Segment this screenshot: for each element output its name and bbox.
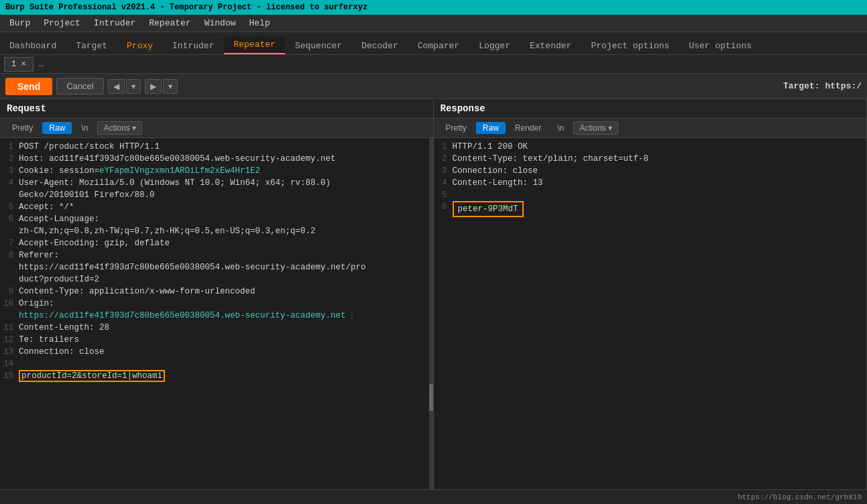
response-line-1: 1 HTTP/1.1 200 OK [434, 141, 867, 153]
menu-project[interactable]: Project [37, 17, 87, 29]
response-line-5: 5 [434, 189, 867, 201]
request-code-area[interactable]: 1 POST /product/stock HTTP/1.1 2 Host: a… [0, 138, 433, 489]
menu-help[interactable]: Help [242, 17, 276, 29]
request-line-6b: zh-CN,zh;q=0.8,zh-TW;q=0.7,zh-HK;q=0.5,e… [0, 225, 433, 237]
tab-repeater[interactable]: Repeater [224, 36, 284, 54]
nav-fwd-group: ▶ ▾ [145, 79, 178, 94]
repeater-tab-ellipsis[interactable]: … [34, 57, 50, 71]
response-line-3: 3 Connection: close [434, 165, 867, 177]
toolbar: Send Cancel ◀ ▾ ▶ ▾ Target: https:/ [0, 74, 867, 99]
status-bar: https://blog.csdn.net/grb819 [0, 489, 867, 504]
request-line-8c: duct?productId=2 [0, 273, 433, 286]
response-tab-raw[interactable]: Raw [476, 122, 506, 134]
request-line-1: 1 POST /product/stock HTTP/1.1 [0, 141, 433, 153]
response-actions-button[interactable]: Actions ▾ [573, 121, 618, 135]
tab-logger[interactable]: Logger [469, 38, 520, 54]
request-line-12: 12 Te: trailers [0, 334, 433, 346]
request-line-2: 2 Host: acd11fe41f393d7c80be665e00380054… [0, 153, 433, 165]
tab-dashboard[interactable]: Dashboard [0, 38, 66, 54]
request-header: Request [0, 99, 433, 119]
request-line-14: 14 [0, 358, 433, 370]
menu-window[interactable]: Window [198, 17, 243, 29]
send-button[interactable]: Send [5, 78, 52, 95]
response-actions-label: Actions [579, 123, 605, 133]
request-line-3: 3 Cookie: session=eYFapmIVngzxmn1AROiLfm… [0, 165, 433, 177]
response-tab-newline[interactable]: \n [551, 122, 571, 134]
tab-intruder[interactable]: Intruder [163, 38, 223, 54]
request-line-10b: https://acd11fe41f393d7c80be665e00380054… [0, 310, 433, 322]
repeater-tabs: 1 × … [0, 55, 867, 74]
response-line-4: 4 Content-Length: 13 [434, 177, 867, 189]
response-tab-pretty[interactable]: Pretty [439, 122, 473, 134]
menu-burp[interactable]: Burp [3, 17, 37, 29]
request-line-4b: Gecko/20100101 Firefox/88.0 [0, 189, 433, 201]
request-title: Request [7, 103, 46, 114]
request-tab-pretty[interactable]: Pretty [5, 122, 40, 134]
nav-fwd-dropdown[interactable]: ▾ [163, 79, 178, 94]
response-header: Response [434, 99, 867, 119]
response-actions-chevron-icon: ▾ [608, 123, 612, 133]
title-text: Burp Suite Professional v2021.4 - Tempor… [5, 3, 367, 12]
tab-decoder[interactable]: Decoder [352, 38, 408, 54]
menu-bar: Burp Project Intruder Repeater Window He… [0, 15, 867, 32]
menu-repeater[interactable]: Repeater [142, 17, 197, 29]
request-line-8a: 8 Referer: [0, 249, 433, 261]
request-line-4a: 4 User-Agent: Mozilla/5.0 (Windows NT 10… [0, 177, 433, 189]
main-tabs: Dashboard Target Proxy Intruder Repeater… [0, 32, 867, 55]
request-line-5: 5 Accept: */* [0, 201, 433, 213]
response-code-area[interactable]: 1 HTTP/1.1 200 OK 2 Content-Type: text/p… [434, 138, 867, 489]
response-toolbar: Pretty Raw Render \n Actions ▾ [434, 119, 867, 138]
response-line-2: 2 Content-Type: text/plain; charset=utf-… [434, 153, 867, 165]
response-tab-render[interactable]: Render [508, 122, 548, 134]
nav-back-dropdown[interactable]: ▾ [126, 79, 141, 94]
request-scrollbar[interactable] [429, 138, 433, 489]
cancel-button[interactable]: Cancel [56, 78, 103, 94]
request-line-8b: https://acd11fe41f393d7c80be665e00380054… [0, 261, 433, 273]
response-title: Response [441, 103, 485, 114]
request-line-15: 15 productId=2&storeId=1|whoami [0, 370, 433, 382]
request-actions-chevron-icon: ▾ [132, 123, 136, 133]
tab-user-options[interactable]: User options [679, 38, 761, 54]
request-toolbar: Pretty Raw \n Actions ▾ [0, 119, 433, 138]
response-line-6: 6 peter-9P3MdT [434, 201, 867, 217]
request-line-9: 9 Content-Type: application/x-www-form-u… [0, 286, 433, 298]
request-actions-label: Actions [103, 123, 129, 133]
request-line-11: 11 Content-Length: 28 [0, 322, 433, 334]
nav-back-group: ◀ ▾ [108, 79, 141, 94]
title-bar: Burp Suite Professional v2021.4 - Tempor… [0, 0, 867, 15]
menu-intruder[interactable]: Intruder [87, 17, 142, 29]
request-line-10a: 10 Origin: [0, 298, 433, 310]
request-line-6a: 6 Accept-Language: [0, 213, 433, 225]
request-line-13: 13 Connection: close [0, 346, 433, 358]
repeater-tab-1[interactable]: 1 × [4, 57, 34, 72]
request-tab-raw[interactable]: Raw [42, 122, 72, 134]
tab-target[interactable]: Target [66, 38, 117, 54]
target-label: Target: https:/ [783, 81, 862, 91]
tab-comparer[interactable]: Comparer [408, 38, 469, 54]
request-panel: Request Pretty Raw \n Actions ▾ 1 POST /… [0, 99, 434, 489]
tab-project-options[interactable]: Project options [581, 38, 679, 54]
tab-sequencer[interactable]: Sequencer [286, 38, 351, 54]
content-area: Request Pretty Raw \n Actions ▾ 1 POST /… [0, 99, 867, 489]
request-actions-button[interactable]: Actions ▾ [97, 121, 141, 135]
tab-proxy[interactable]: Proxy [117, 38, 162, 54]
tab-extender[interactable]: Extender [520, 38, 581, 54]
status-url: https://blog.csdn.net/grb819 [738, 493, 862, 501]
nav-fwd-button[interactable]: ▶ [145, 79, 162, 94]
request-line-7: 7 Accept-Encoding: gzip, deflate [0, 237, 433, 249]
request-tab-newline[interactable]: \n [74, 122, 95, 134]
nav-back-button[interactable]: ◀ [108, 79, 125, 94]
response-panel: Response Pretty Raw Render \n Actions ▾ … [434, 99, 868, 489]
